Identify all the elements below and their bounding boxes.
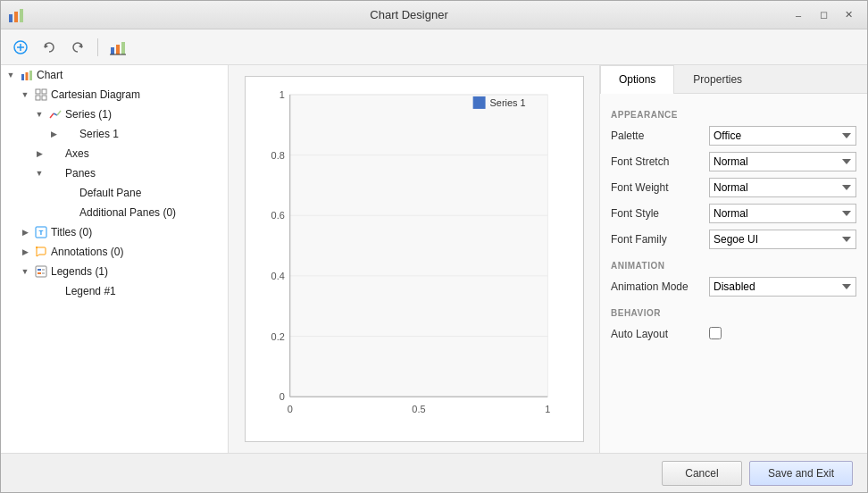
grid-tree-icon [34, 88, 48, 102]
tree-panel: ▼ Chart ▼ [1, 65, 229, 453]
auto-layout-control [709, 327, 856, 342]
axes-tree-icon [48, 146, 63, 161]
svg-rect-12 [21, 74, 24, 80]
tree-label-series-group: Series (1) [65, 108, 112, 121]
tree-item-panes[interactable]: ▼ Panes [1, 163, 228, 183]
tree-toggle-legend1 [33, 285, 46, 297]
svg-rect-30 [289, 95, 547, 397]
svg-rect-13 [26, 72, 29, 80]
tab-properties[interactable]: Properties [674, 65, 761, 93]
svg-text:0: 0 [287, 404, 292, 414]
tree-item-annotations[interactable]: ▶ Annotations (0) [1, 242, 228, 262]
legends-tree-icon [34, 264, 48, 279]
svg-rect-14 [29, 71, 32, 80]
svg-text:0.8: 0.8 [271, 150, 284, 161]
titles-tree-icon: T [34, 225, 48, 239]
tree-item-default-pane[interactable]: Default Pane [1, 183, 228, 203]
maximize-button[interactable]: ◻ [812, 6, 835, 24]
series1-tree-icon [63, 127, 77, 141]
svg-text:Series 1: Series 1 [489, 97, 525, 108]
svg-text:1: 1 [279, 89, 284, 100]
font-weight-select[interactable]: Normal Bold Bolder [709, 178, 856, 197]
tree-toggle-annotations: ▶ [19, 246, 31, 258]
tree-item-titles[interactable]: ▶ T Titles (0) [1, 222, 228, 242]
svg-line-21 [57, 111, 61, 115]
animation-section-header: ANIMATION [611, 261, 856, 271]
tree-label-cartesian: Cartesian Diagram [51, 88, 140, 101]
legend1-tree-icon [48, 284, 63, 298]
tree-item-series1[interactable]: ▶ Series 1 [1, 124, 228, 144]
tab-options[interactable]: Options [600, 65, 674, 94]
font-family-control: Segoe UI Arial Tahoma Verdana [709, 230, 856, 249]
redo-button[interactable] [65, 35, 90, 60]
font-stretch-control: Normal Condensed Expanded [709, 152, 856, 171]
tree-toggle-chart: ▼ [4, 69, 17, 81]
tree-item-series-group[interactable]: ▼ Series (1) [1, 104, 228, 124]
palette-control: Office Default Custom [709, 126, 856, 146]
svg-rect-18 [42, 96, 46, 100]
chart-designer-button[interactable] [105, 35, 130, 60]
svg-text:0.6: 0.6 [271, 210, 284, 221]
palette-select[interactable]: Office Default Custom [709, 126, 856, 146]
default-pane-icon [63, 186, 77, 200]
cancel-button[interactable]: Cancel [662, 461, 742, 486]
behavior-section-header: BEHAVIOR [611, 308, 856, 318]
add-button[interactable] [8, 35, 33, 60]
svg-text:0: 0 [279, 391, 284, 402]
font-style-control: Normal Italic Oblique [709, 204, 856, 223]
toolbar-separator [97, 38, 98, 56]
font-stretch-row: Font Stretch Normal Condensed Expanded [611, 151, 856, 172]
tree-toggle-series1: ▶ [47, 128, 60, 140]
auto-layout-row: Auto Layout [611, 323, 856, 345]
tree-item-axes[interactable]: ▶ Axes [1, 144, 228, 163]
font-stretch-select[interactable]: Normal Condensed Expanded [709, 152, 856, 171]
tree-item-additional-panes[interactable]: Additional Panes (0) [1, 203, 228, 222]
title-bar: Chart Designer – ◻ ✕ [1, 1, 867, 29]
chart-svg: 1 0.8 0.6 0.4 0.2 0 0 0.5 1 S [246, 77, 583, 441]
svg-line-20 [54, 113, 57, 115]
close-button[interactable]: ✕ [837, 6, 860, 24]
animation-mode-select[interactable]: Disabled Enabled [709, 277, 856, 297]
svg-text:1: 1 [545, 404, 550, 414]
tree-item-legend1[interactable]: Legend #1 [1, 281, 228, 301]
svg-rect-8 [111, 47, 114, 54]
font-family-select[interactable]: Segoe UI Arial Tahoma Verdana [709, 230, 856, 249]
save-exit-button[interactable]: Save and Exit [749, 461, 853, 486]
tree-item-legends[interactable]: ▼ Legends (1) [1, 262, 228, 281]
tree-toggle-axes: ▶ [33, 147, 46, 160]
auto-layout-checkbox[interactable] [709, 327, 722, 339]
svg-rect-10 [121, 42, 125, 54]
font-style-select[interactable]: Normal Italic Oblique [709, 204, 856, 223]
svg-line-19 [50, 113, 54, 118]
chart-tree-icon [20, 68, 34, 82]
chart-canvas: 1 0.8 0.6 0.4 0.2 0 0 0.5 1 S [245, 76, 584, 442]
window-controls: – ◻ ✕ [787, 6, 860, 24]
palette-label: Palette [611, 130, 709, 142]
font-style-label: Font Style [611, 207, 709, 220]
animation-mode-control: Disabled Enabled [709, 277, 856, 297]
tree-toggle-panes: ▼ [33, 167, 46, 180]
tab-bar: Options Properties [600, 65, 867, 94]
font-stretch-label: Font Stretch [611, 155, 709, 168]
font-weight-label: Font Weight [611, 181, 709, 194]
tree-label-annotations: Annotations (0) [51, 246, 123, 258]
minimize-button[interactable]: – [787, 6, 810, 24]
tree-item-cartesian[interactable]: ▼ Cartesian Diagram [1, 85, 228, 104]
tree-toggle-series: ▼ [33, 108, 46, 121]
animation-mode-label: Animation Mode [611, 280, 709, 293]
tree-label-chart: Chart [37, 69, 63, 81]
svg-rect-25 [38, 269, 41, 271]
undo-button[interactable] [37, 35, 62, 60]
tree-label-legend1: Legend #1 [65, 285, 116, 297]
tree-label-legends: Legends (1) [51, 265, 108, 278]
auto-layout-label: Auto Layout [611, 328, 709, 340]
svg-rect-24 [36, 266, 46, 277]
svg-rect-1 [14, 12, 18, 22]
svg-rect-9 [116, 45, 120, 54]
properties-panel: Options Properties APPEARANCE Palette Of… [599, 65, 867, 453]
tree-item-chart[interactable]: ▼ Chart [1, 65, 228, 85]
window-title: Chart Designer [31, 8, 787, 21]
svg-text:T: T [39, 229, 44, 237]
font-family-row: Font Family Segoe UI Arial Tahoma Verdan… [611, 229, 856, 250]
font-style-row: Font Style Normal Italic Oblique [611, 203, 856, 224]
